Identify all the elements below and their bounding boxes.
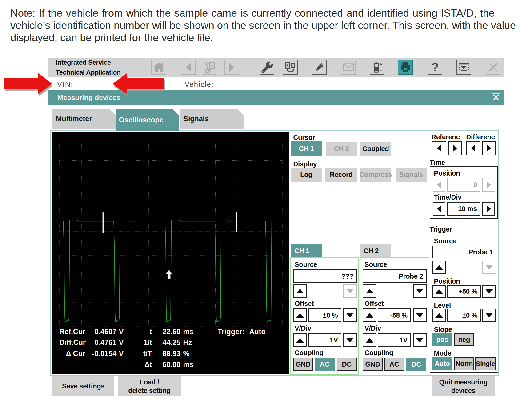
display-log-button[interactable]: Log xyxy=(291,168,322,182)
trigger-source-down-button[interactable] xyxy=(482,261,496,274)
cursor-ch1-button[interactable]: CH 1 xyxy=(291,141,322,156)
red-arrow-left-icon xyxy=(113,73,165,95)
toolbar-printer-icon[interactable] xyxy=(398,60,413,75)
time-section-timediv-value-text: 10 ms xyxy=(458,205,477,213)
trigger-level-up-button[interactable] xyxy=(432,309,446,322)
trigger-section-slope-neg-text: neg xyxy=(458,336,470,344)
trigger-mode-norm-button[interactable]: Norm xyxy=(454,357,474,370)
time-div-right-button[interactable] xyxy=(482,202,495,215)
scope-cursor-2[interactable] xyxy=(236,212,237,232)
ch1-panel-source-value-text: ??? xyxy=(342,272,354,280)
ch1-offset-field[interactable]: ±0 % xyxy=(308,309,342,322)
scope-reading-unit: V xyxy=(119,338,124,347)
ch1-vdiv-up-button[interactable] xyxy=(293,333,307,347)
ch1-vdiv-down-button[interactable] xyxy=(343,333,357,347)
time-div-left-button[interactable] xyxy=(433,202,445,215)
tab-multimeter[interactable]: Multimeter xyxy=(52,109,116,129)
triangle-right-icon xyxy=(487,205,491,212)
trigger-level-field[interactable]: ±0 % xyxy=(447,309,481,322)
ch2-offset-up-button[interactable] xyxy=(363,309,376,322)
toolbar-copy-documents-icon xyxy=(203,60,217,75)
trigger-source-label: Source xyxy=(434,237,456,245)
ch1-source-field[interactable]: ??? xyxy=(293,269,357,283)
time-div-field[interactable]: 10 ms xyxy=(447,202,481,215)
ch1-vdiv-field[interactable]: 1V xyxy=(308,333,342,347)
triangle-down-icon xyxy=(485,265,493,270)
trigger-mode-single-button[interactable]: Single xyxy=(475,357,495,370)
time-section-position-value-text: 0 xyxy=(473,181,477,189)
trigger-position-down-button[interactable] xyxy=(482,285,496,298)
trigger-source-field[interactable]: Probe 1 xyxy=(432,246,496,258)
tab-oscilloscope[interactable]: Oscilloscope xyxy=(116,109,179,131)
trigger-slope-pos-button[interactable]: pos xyxy=(432,333,452,346)
ch2-panel-dc-text: DC xyxy=(412,360,421,368)
trigger-source-up-button[interactable] xyxy=(432,261,446,274)
ch2-vdiv-field[interactable]: 1V xyxy=(378,333,411,347)
trigger-position-up-button[interactable] xyxy=(432,285,446,298)
toolbar-connector-icon[interactable] xyxy=(312,60,327,75)
toolbar-wrench-icon[interactable] xyxy=(260,60,274,75)
ch1-source-down-button[interactable] xyxy=(343,284,357,298)
save-settings-button[interactable]: Save settings xyxy=(52,377,114,396)
cursor-section-coupled-text: Coupled xyxy=(362,145,389,153)
footer-quit-button-line1-text: Quit measuring xyxy=(439,378,488,386)
ch2-vdiv-label: V/Div xyxy=(364,324,381,332)
trigger-position-field[interactable]: +50 % xyxy=(447,285,481,298)
scope-timing-value: 88.93 xyxy=(159,349,180,358)
toolbar-battery-icon[interactable] xyxy=(370,60,385,75)
triangle-up-icon xyxy=(366,289,374,293)
ch2-offset-field[interactable]: -58 % xyxy=(378,309,411,322)
display-record-button[interactable]: Record xyxy=(325,168,357,182)
ch2-source-down-button[interactable] xyxy=(413,284,427,298)
ch2-tab[interactable]: CH 2 xyxy=(360,244,391,258)
trigger-section-slope-pos-text: pos xyxy=(436,336,448,344)
difference-left-button[interactable] xyxy=(466,141,480,155)
triangle-down-icon xyxy=(485,289,493,294)
trigger-section-label: Trigger xyxy=(430,225,452,233)
scope-cursor-1[interactable] xyxy=(103,213,104,233)
ch2-panel-offset-value-text: -58 % xyxy=(390,311,407,319)
scope-timing-label: t xyxy=(139,327,152,336)
load-delete-setting-button[interactable]: Load / delete setting xyxy=(118,377,181,396)
trigger-level-down-button[interactable] xyxy=(482,309,496,322)
display-section-log-text: Log xyxy=(300,171,312,179)
trigger-slope-label: Slope xyxy=(434,326,452,333)
ch1-source-up-button[interactable] xyxy=(293,284,307,298)
cursor-ch2-button[interactable]: CH 2 xyxy=(326,142,357,156)
ch1-coupling-ac-button[interactable]: AC xyxy=(315,358,335,371)
ch2-offset-down-button[interactable] xyxy=(413,309,427,322)
toolbar-window-select-icon[interactable] xyxy=(456,60,471,75)
ch2-vdiv-down-button[interactable] xyxy=(413,333,427,347)
ch2-source-field[interactable]: Probe 2 xyxy=(363,269,427,283)
tab-signals[interactable]: Signals xyxy=(180,109,244,129)
ch2-vdiv-up-button[interactable] xyxy=(363,333,376,347)
ch1-coupling-gnd-button[interactable]: GND xyxy=(293,358,313,371)
dialog-close-button[interactable] xyxy=(492,93,500,101)
display-compress-button[interactable]: Compress xyxy=(360,168,391,182)
toolbar-help-icon[interactable]: ? xyxy=(428,60,442,75)
time-position-right-button[interactable] xyxy=(482,178,495,191)
cursor-coupled-button[interactable]: Coupled xyxy=(360,142,391,156)
ch2-coupling-dc-button[interactable]: DC xyxy=(406,358,426,371)
ch1-panel-ac-text: AC xyxy=(320,360,329,368)
ch2-coupling-ac-button[interactable]: AC xyxy=(384,358,405,371)
reference-right-button[interactable] xyxy=(448,141,462,155)
toolbar-screen-eject-icon[interactable] xyxy=(283,60,298,75)
close-glyph-icon xyxy=(487,61,500,74)
ch1-offset-up-button[interactable] xyxy=(293,309,307,322)
time-position-left-button[interactable] xyxy=(433,178,445,191)
trigger-section-mode-norm-text: Norm xyxy=(456,360,473,367)
ch1-coupling-dc-button[interactable]: DC xyxy=(337,358,357,371)
trigger-mode-auto-button[interactable]: Auto xyxy=(432,357,452,370)
ch1-tab[interactable]: CH 1 xyxy=(291,244,322,258)
ch1-offset-down-button[interactable] xyxy=(343,309,357,322)
ch2-coupling-gnd-button[interactable]: GND xyxy=(363,358,383,371)
difference-right-button[interactable] xyxy=(482,141,496,155)
display-signals-button[interactable]: Signals xyxy=(396,168,427,182)
reference-left-button[interactable] xyxy=(432,141,446,155)
quit-measuring-devices-button[interactable]: Quit measuring devices xyxy=(432,377,494,396)
trigger-slope-neg-button[interactable]: neg xyxy=(454,333,474,346)
time-position-field[interactable]: 0 xyxy=(447,178,481,191)
ch2-source-up-button[interactable] xyxy=(363,284,376,298)
battery-glyph-icon xyxy=(371,61,384,74)
